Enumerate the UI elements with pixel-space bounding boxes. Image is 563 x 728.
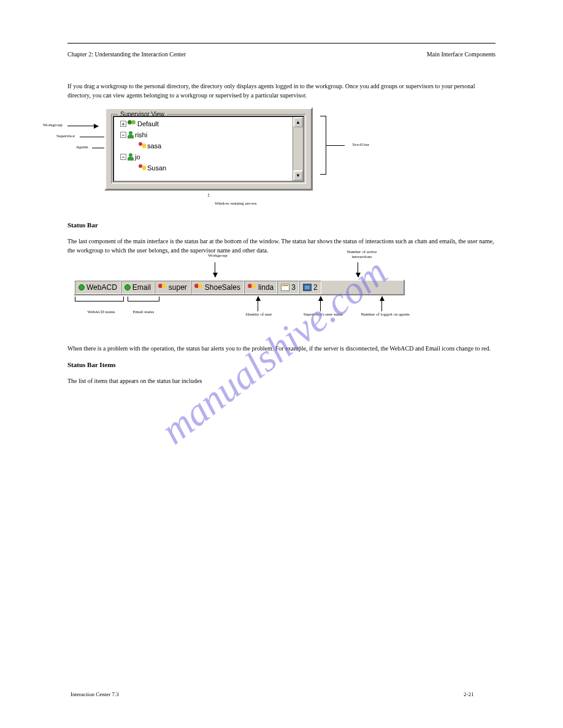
section-items-title: Status Bar Items [67,361,496,368]
arrow-icon [358,262,358,277]
status-label: 2 [313,283,318,292]
people-icon [128,120,136,127]
status-label: linda [258,283,274,292]
scrollbar[interactable]: ▲ ▼ [293,117,303,181]
header-rule [67,43,496,44]
tree-row[interactable]: − rishi [117,129,290,140]
status-label: ShoeSales [205,283,240,292]
status-cell-user[interactable]: super [155,281,191,294]
person-icon [248,284,256,291]
status-dot-icon [124,284,131,290]
header-left: Chapter 2: Understanding the Interaction… [67,51,186,58]
label-scroll: Scroll bar [353,143,369,148]
tree-content: + Default − rishi [114,117,293,181]
tree-label: Default [137,118,159,129]
status-bar: WebACD Email super ShoeSales linda 3 [74,279,405,295]
label-email: Email status [126,310,161,315]
person-icon [194,284,203,291]
tree-label: Susan [147,162,166,173]
status-cell-active-count[interactable]: 3 [277,281,299,294]
intro-paragraph: If you drag a workgroup to the personal … [67,82,496,100]
expander-icon[interactable]: − [120,132,126,138]
scroll-down-icon[interactable]: ▼ [293,170,303,181]
status-label: super [169,283,187,292]
label-workgroup-top: Workgroup [202,254,233,259]
statusbar-figure: Workgroup Number of active interactions … [74,279,405,295]
statusbar-intro: The last component of the main interface… [67,237,496,255]
status-label: 3 [291,283,296,292]
tree-row[interactable]: + Default [117,118,290,129]
label-workgroup: Workgroup [43,123,63,128]
arrow-icon [67,126,98,126]
card-icon [303,284,312,291]
status-cell-supervisor[interactable]: linda [244,281,277,294]
tree-label: sasa [147,140,161,151]
panel-inner: Supervisor View + Default − [111,114,306,184]
label-user: Identity of user [242,313,276,317]
leader-line [326,145,345,146]
expander-icon[interactable]: − [120,154,126,160]
page-header: Chapter 2: Understanding the Interaction… [67,51,496,58]
label-agent: Agents [76,145,88,150]
status-cell-webacd[interactable]: WebACD [75,281,121,294]
status-cell-logged-count[interactable]: 2 [299,281,321,294]
arrow-icon [258,297,258,311]
page-footer: Interaction Center 7.3 2-21 [71,691,473,697]
footer-right: 2-21 [464,691,474,697]
agent-icon [139,164,146,172]
label-webacd: WebACD status [80,310,123,315]
bracket-icon [320,116,326,175]
person-icon [128,153,134,161]
agent-icon [139,142,146,150]
expander-icon[interactable]: + [120,121,126,127]
tree-view[interactable]: + Default − rishi [113,116,304,182]
arrow-icon [381,297,382,311]
supervisor-view-figure: Workgroup Supervisor Agents Supervisor V… [104,107,313,191]
panel-outer: Supervisor View + Default − [104,107,313,191]
label-logged: Number of logged on agents [361,313,410,317]
tree-row[interactable]: sasa [117,140,290,151]
tree-row[interactable]: − jo [117,151,290,162]
label-resize: Window resizing arrows [215,202,257,207]
footer-left: Interaction Center 7.3 [71,691,119,697]
status-dot-icon [79,284,85,290]
tree-label: rishi [135,129,147,140]
arrow-icon [320,297,321,311]
person-icon [128,131,134,138]
scroll-up-icon[interactable]: ▲ [293,117,303,127]
section-title-statusbar: Status Bar [67,221,496,229]
status-cell-workgroup[interactable]: ShoeSales [191,281,244,294]
person-icon [158,284,167,291]
arrow-icon [215,262,215,277]
label-active-top: Number of active interactions [337,250,386,259]
items-para: The list of items that appears on the st… [67,377,496,386]
label-super: Supervisor's user name [302,313,345,317]
tree-label: jo [135,151,140,162]
note-text: When there is a problem with the operati… [67,344,496,354]
card-icon [281,284,289,291]
tree-row[interactable]: Susan [117,162,290,173]
resize-icon[interactable]: ↕ [207,192,210,198]
header-right: Main Interface Components [427,51,496,58]
status-label: Email [132,283,151,292]
bracket-icon [128,297,159,301]
bracket-icon [75,297,124,301]
status-cell-email[interactable]: Email [121,281,155,294]
status-label: WebACD [86,283,117,292]
label-supervisor: Supervisor [56,134,75,139]
